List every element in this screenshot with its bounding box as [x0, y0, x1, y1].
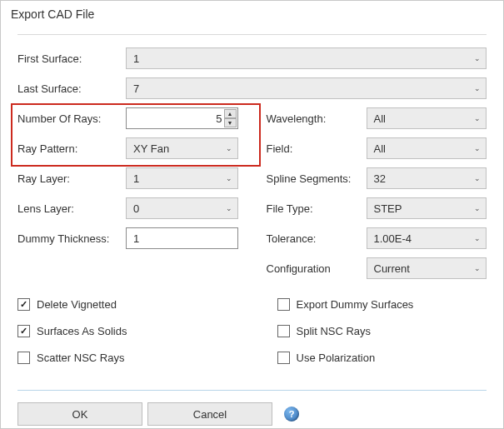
split-nsc-rays-label: Split NSC Rays [297, 325, 372, 337]
ray-pattern-value: XY Fan [133, 142, 169, 155]
chevron-down-icon: ⌄ [226, 174, 232, 182]
lens-layer-label: Lens Layer: [17, 202, 126, 215]
ray-pattern-select[interactable]: XY Fan ⌄ [126, 137, 238, 159]
configuration-label: Configuration [267, 262, 367, 275]
field-select[interactable]: All ⌄ [367, 137, 487, 159]
cancel-button[interactable]: Cancel [147, 402, 272, 426]
lens-layer-select[interactable]: 0 ⌄ [126, 197, 238, 219]
chevron-down-icon: ⌄ [226, 144, 232, 152]
surfaces-as-solids-label: Surfaces As Solids [37, 325, 127, 337]
scatter-nsc-rays-label: Scatter NSC Rays [37, 352, 124, 364]
chevron-down-icon: ⌄ [474, 204, 481, 212]
first-surface-label: First Surface: [17, 52, 126, 65]
number-of-rays-value: 5 [216, 112, 222, 125]
chevron-down-icon: ⌄ [474, 174, 481, 182]
field-value: All [374, 142, 386, 155]
divider [17, 34, 487, 35]
spline-segments-select[interactable]: 32 ⌄ [367, 167, 487, 189]
ray-layer-select[interactable]: 1 ⌄ [126, 167, 238, 189]
lens-layer-value: 0 [133, 202, 139, 215]
dummy-thickness-label: Dummy Thickness: [17, 232, 126, 245]
field-label: Field: [267, 142, 367, 155]
ray-layer-label: Ray Layer: [17, 172, 126, 185]
chevron-down-icon: ⌄ [474, 144, 481, 152]
wavelength-value: All [374, 112, 386, 125]
last-surface-label: Last Surface: [17, 82, 126, 95]
tolerance-value: 1.00E-4 [374, 232, 412, 245]
cancel-button-label: Cancel [193, 408, 227, 421]
chevron-down-icon: ⌄ [226, 204, 232, 212]
use-polarization-label: Use Polarization [297, 352, 376, 364]
use-polarization-checkbox[interactable] [277, 352, 290, 364]
export-dummy-surfaces-checkbox[interactable] [277, 298, 290, 311]
dummy-thickness-value: 1 [133, 232, 139, 245]
chevron-down-icon: ⌄ [474, 234, 481, 242]
delete-vignetted-checkbox[interactable] [17, 298, 30, 311]
first-surface-select[interactable]: 1 ⌄ [126, 47, 487, 69]
dialog-title: Export CAD File [1, 1, 503, 26]
wavelength-label: Wavelength: [267, 112, 367, 125]
export-dummy-surfaces-label: Export Dummy Surfaces [297, 298, 414, 311]
chevron-down-icon: ⌄ [474, 84, 481, 92]
spline-segments-value: 32 [374, 172, 386, 185]
number-of-rays-label: Number Of Rays: [17, 112, 126, 125]
number-of-rays-input[interactable]: 5 ▲ ▼ [126, 107, 238, 129]
footer-divider [17, 390, 487, 391]
chevron-down-icon: ⌄ [474, 264, 481, 272]
scatter-nsc-rays-checkbox[interactable] [17, 352, 30, 364]
tolerance-label: Tolerance: [267, 232, 367, 245]
chevron-down-icon: ⌄ [474, 54, 481, 62]
surfaces-as-solids-checkbox[interactable] [17, 325, 30, 337]
help-icon[interactable]: ? [284, 407, 299, 422]
wavelength-select[interactable]: All ⌄ [367, 107, 487, 129]
ray-pattern-label: Ray Pattern: [17, 142, 126, 155]
delete-vignetted-label: Delete Vignetted [37, 298, 117, 311]
dummy-thickness-input[interactable]: 1 [126, 227, 238, 249]
configuration-select[interactable]: Current ⌄ [367, 257, 487, 279]
last-surface-select[interactable]: 7 ⌄ [126, 77, 487, 99]
ok-button[interactable]: OK [17, 402, 142, 426]
file-type-label: File Type: [267, 202, 367, 215]
tolerance-select[interactable]: 1.00E-4 ⌄ [367, 227, 487, 249]
export-cad-dialog: Export CAD File First Surface: 1 ⌄ Last … [0, 0, 504, 429]
last-surface-value: 7 [133, 82, 139, 95]
first-surface-value: 1 [133, 52, 139, 65]
file-type-select[interactable]: STEP ⌄ [367, 197, 487, 219]
configuration-value: Current [374, 262, 410, 275]
split-nsc-rays-checkbox[interactable] [277, 325, 290, 337]
spinner-down-icon[interactable]: ▼ [224, 118, 237, 127]
spinner-up-icon[interactable]: ▲ [224, 109, 237, 118]
ok-button-label: OK [72, 408, 88, 421]
ray-layer-value: 1 [133, 172, 139, 185]
spline-segments-label: Spline Segments: [267, 172, 367, 185]
chevron-down-icon: ⌄ [474, 114, 481, 122]
file-type-value: STEP [374, 202, 402, 215]
